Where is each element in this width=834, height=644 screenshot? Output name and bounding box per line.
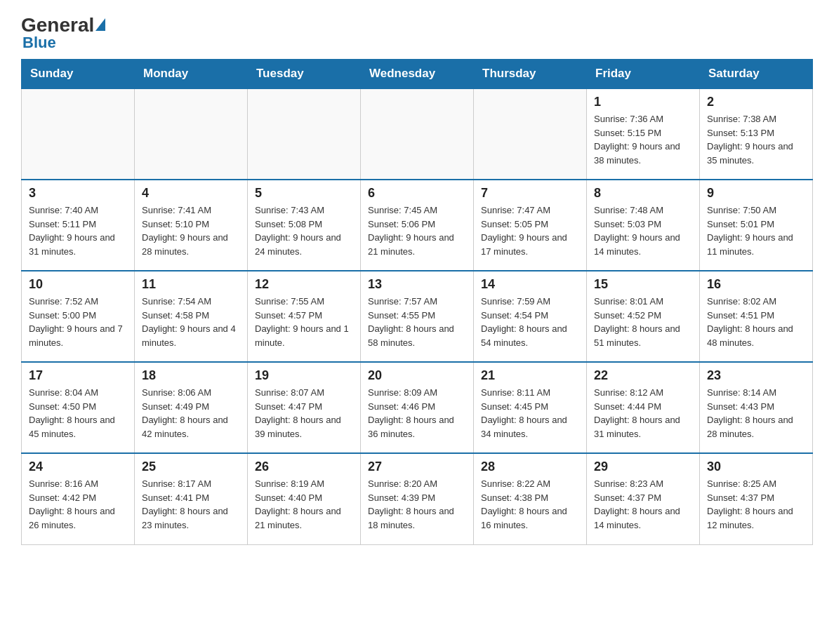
day-number: 9: [707, 186, 805, 201]
col-header-sunday: Sunday: [22, 60, 135, 89]
day-info: Sunrise: 7:36 AMSunset: 5:15 PMDaylight:…: [594, 112, 692, 167]
day-cell: 6Sunrise: 7:45 AMSunset: 5:06 PMDaylight…: [361, 180, 474, 271]
day-cell: 19Sunrise: 8:07 AMSunset: 4:47 PMDayligh…: [248, 362, 361, 453]
day-number: 24: [29, 459, 127, 474]
col-header-wednesday: Wednesday: [361, 60, 474, 89]
day-info: Sunrise: 8:20 AMSunset: 4:39 PMDaylight:…: [368, 477, 466, 532]
day-cell: 1Sunrise: 7:36 AMSunset: 5:15 PMDaylight…: [587, 88, 700, 180]
day-cell: 25Sunrise: 8:17 AMSunset: 4:41 PMDayligh…: [135, 453, 248, 544]
logo: General Blue: [21, 14, 105, 52]
day-number: 20: [368, 368, 466, 383]
day-info: Sunrise: 7:41 AMSunset: 5:10 PMDaylight:…: [142, 203, 240, 258]
day-info: Sunrise: 8:01 AMSunset: 4:52 PMDaylight:…: [594, 295, 692, 349]
logo-blue-text: Blue: [22, 34, 56, 52]
day-cell: 18Sunrise: 8:06 AMSunset: 4:49 PMDayligh…: [135, 362, 248, 453]
day-cell: 26Sunrise: 8:19 AMSunset: 4:40 PMDayligh…: [248, 453, 361, 544]
day-number: 16: [707, 277, 805, 292]
day-number: 25: [142, 459, 240, 474]
day-number: 12: [255, 277, 353, 292]
day-cell: [248, 88, 361, 180]
day-info: Sunrise: 8:19 AMSunset: 4:40 PMDaylight:…: [255, 477, 353, 532]
day-cell: 2Sunrise: 7:38 AMSunset: 5:13 PMDaylight…: [700, 88, 813, 180]
day-cell: 20Sunrise: 8:09 AMSunset: 4:46 PMDayligh…: [361, 362, 474, 453]
day-info: Sunrise: 8:14 AMSunset: 4:43 PMDaylight:…: [707, 386, 805, 441]
day-cell: 7Sunrise: 7:47 AMSunset: 5:05 PMDaylight…: [474, 180, 587, 271]
day-number: 27: [368, 459, 466, 474]
week-row-2: 3Sunrise: 7:40 AMSunset: 5:11 PMDaylight…: [22, 180, 813, 271]
day-cell: 24Sunrise: 8:16 AMSunset: 4:42 PMDayligh…: [22, 453, 135, 544]
day-number: 17: [29, 368, 127, 383]
day-cell: 16Sunrise: 8:02 AMSunset: 4:51 PMDayligh…: [700, 271, 813, 362]
day-number: 11: [142, 277, 240, 292]
day-cell: 30Sunrise: 8:25 AMSunset: 4:37 PMDayligh…: [700, 453, 813, 544]
day-cell: 10Sunrise: 7:52 AMSunset: 5:00 PMDayligh…: [22, 271, 135, 362]
day-cell: 5Sunrise: 7:43 AMSunset: 5:08 PMDaylight…: [248, 180, 361, 271]
week-row-3: 10Sunrise: 7:52 AMSunset: 5:00 PMDayligh…: [22, 271, 813, 362]
day-number: 23: [707, 368, 805, 383]
day-number: 29: [594, 459, 692, 474]
day-info: Sunrise: 8:12 AMSunset: 4:44 PMDaylight:…: [594, 386, 692, 441]
day-number: 15: [594, 277, 692, 292]
day-info: Sunrise: 8:07 AMSunset: 4:47 PMDaylight:…: [255, 386, 353, 441]
day-number: 30: [707, 459, 805, 474]
day-number: 4: [142, 186, 240, 201]
day-cell: 21Sunrise: 8:11 AMSunset: 4:45 PMDayligh…: [474, 362, 587, 453]
day-info: Sunrise: 7:47 AMSunset: 5:05 PMDaylight:…: [481, 203, 579, 258]
day-info: Sunrise: 7:57 AMSunset: 4:55 PMDaylight:…: [368, 295, 466, 349]
week-row-1: 1Sunrise: 7:36 AMSunset: 5:15 PMDaylight…: [22, 88, 813, 180]
day-info: Sunrise: 8:23 AMSunset: 4:37 PMDaylight:…: [594, 477, 692, 532]
page-header: General Blue: [21, 14, 813, 52]
day-info: Sunrise: 7:52 AMSunset: 5:00 PMDaylight:…: [29, 295, 127, 349]
day-number: 19: [255, 368, 353, 383]
day-number: 6: [368, 186, 466, 201]
day-cell: 17Sunrise: 8:04 AMSunset: 4:50 PMDayligh…: [22, 362, 135, 453]
day-cell: 27Sunrise: 8:20 AMSunset: 4:39 PMDayligh…: [361, 453, 474, 544]
day-info: Sunrise: 7:55 AMSunset: 4:57 PMDaylight:…: [255, 295, 353, 349]
day-cell: 3Sunrise: 7:40 AMSunset: 5:11 PMDaylight…: [22, 180, 135, 271]
day-cell: 14Sunrise: 7:59 AMSunset: 4:54 PMDayligh…: [474, 271, 587, 362]
day-info: Sunrise: 7:45 AMSunset: 5:06 PMDaylight:…: [368, 203, 466, 258]
calendar-table: SundayMondayTuesdayWednesdayThursdayFrid…: [21, 59, 813, 545]
day-cell: 15Sunrise: 8:01 AMSunset: 4:52 PMDayligh…: [587, 271, 700, 362]
col-header-saturday: Saturday: [700, 60, 813, 89]
day-cell: 29Sunrise: 8:23 AMSunset: 4:37 PMDayligh…: [587, 453, 700, 544]
day-number: 7: [481, 186, 579, 201]
day-info: Sunrise: 8:11 AMSunset: 4:45 PMDaylight:…: [481, 386, 579, 441]
day-info: Sunrise: 8:09 AMSunset: 4:46 PMDaylight:…: [368, 386, 466, 441]
day-info: Sunrise: 7:38 AMSunset: 5:13 PMDaylight:…: [707, 112, 805, 167]
col-header-thursday: Thursday: [474, 60, 587, 89]
day-number: 2: [707, 95, 805, 109]
day-cell: 12Sunrise: 7:55 AMSunset: 4:57 PMDayligh…: [248, 271, 361, 362]
day-number: 10: [29, 277, 127, 292]
day-info: Sunrise: 8:06 AMSunset: 4:49 PMDaylight:…: [142, 386, 240, 441]
day-cell: 4Sunrise: 7:41 AMSunset: 5:10 PMDaylight…: [135, 180, 248, 271]
day-number: 26: [255, 459, 353, 474]
day-number: 1: [594, 95, 692, 109]
day-cell: [22, 88, 135, 180]
calendar-header-row: SundayMondayTuesdayWednesdayThursdayFrid…: [22, 60, 813, 89]
day-cell: [361, 88, 474, 180]
col-header-tuesday: Tuesday: [248, 60, 361, 89]
day-number: 28: [481, 459, 579, 474]
day-info: Sunrise: 7:54 AMSunset: 4:58 PMDaylight:…: [142, 295, 240, 349]
col-header-monday: Monday: [135, 60, 248, 89]
day-cell: 8Sunrise: 7:48 AMSunset: 5:03 PMDaylight…: [587, 180, 700, 271]
day-cell: 13Sunrise: 7:57 AMSunset: 4:55 PMDayligh…: [361, 271, 474, 362]
logo-triangle-icon: [95, 18, 105, 31]
col-header-friday: Friday: [587, 60, 700, 89]
day-info: Sunrise: 8:22 AMSunset: 4:38 PMDaylight:…: [481, 477, 579, 532]
day-info: Sunrise: 7:48 AMSunset: 5:03 PMDaylight:…: [594, 203, 692, 258]
day-info: Sunrise: 8:02 AMSunset: 4:51 PMDaylight:…: [707, 295, 805, 349]
day-number: 22: [594, 368, 692, 383]
day-number: 18: [142, 368, 240, 383]
day-cell: 28Sunrise: 8:22 AMSunset: 4:38 PMDayligh…: [474, 453, 587, 544]
day-number: 5: [255, 186, 353, 201]
day-number: 8: [594, 186, 692, 201]
day-cell: [135, 88, 248, 180]
day-cell: 23Sunrise: 8:14 AMSunset: 4:43 PMDayligh…: [700, 362, 813, 453]
day-cell: 9Sunrise: 7:50 AMSunset: 5:01 PMDaylight…: [700, 180, 813, 271]
day-info: Sunrise: 8:25 AMSunset: 4:37 PMDaylight:…: [707, 477, 805, 532]
day-number: 21: [481, 368, 579, 383]
day-info: Sunrise: 7:40 AMSunset: 5:11 PMDaylight:…: [29, 203, 127, 258]
day-info: Sunrise: 8:17 AMSunset: 4:41 PMDaylight:…: [142, 477, 240, 532]
